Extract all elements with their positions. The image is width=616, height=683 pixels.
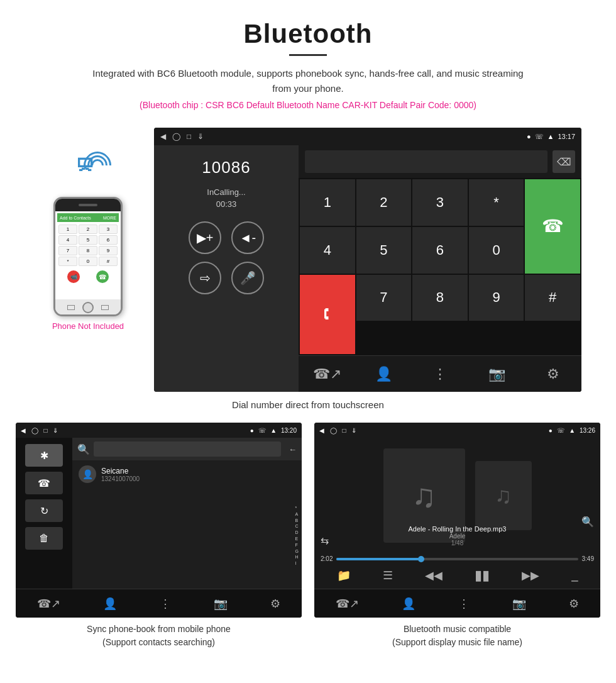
phone-key-8: 8 [79,246,97,255]
dial-action-row: ⇨ 🎤 [189,262,264,294]
phonebook-status-bar: ◀ ◯ □ ⇓ ● ☏ ▲ 13:20 [16,423,302,438]
alpha-B[interactable]: B [295,518,299,524]
pb-refresh-icon[interactable]: ↻ [25,499,63,522]
folder-icon[interactable]: 📁 [337,569,351,582]
phonebook-nav-icons: ◀ ◯ □ ⇓ [21,427,58,434]
volume-up-button[interactable]: ▶+ [189,221,221,254]
phonebook-sidebar: ✱ ☎ ↻ 🗑 [16,438,72,589]
equalizer-icon[interactable]: ⎯ [571,569,578,582]
alpha-D[interactable]: D [295,530,299,536]
contact-name: Seicane [101,467,295,475]
alpha-C[interactable]: C [295,523,299,530]
alpha-H[interactable]: H [295,554,299,560]
page-header: Bluetooth Integrated with BC6 Bluetooth … [0,0,616,128]
pb-nav-transfer[interactable]: 📷 [214,597,228,611]
shuffle-icon[interactable]: ⇆ [321,535,329,547]
music-progress-row: 2:02 3:49 [314,553,600,565]
pb-call-sidebar-icon[interactable]: ☎ [25,472,63,494]
pb-back-arrow: ← [289,445,297,454]
nav-calls-icon[interactable]: ☎↗ [314,362,339,387]
alpha-A[interactable]: A [295,511,299,518]
keypad-9[interactable]: 9 [469,275,524,321]
mu-nav-calls[interactable]: ☎↗ [336,597,359,611]
wifi-icon: ▲ [547,133,554,140]
prev-track-icon[interactable]: ◀◀ [425,569,443,582]
music-search-icon[interactable]: 🔍 [581,516,594,528]
mu-home-icon: ◯ [330,427,337,434]
playlist-icon[interactable]: ☰ [383,569,393,582]
keypad-5[interactable]: 5 [356,227,412,274]
phone-key-1: 1 [58,225,77,234]
mu-call-icon: ☏ [557,427,565,434]
keypad-7[interactable]: 7 [356,275,412,321]
alpha-I[interactable]: I [295,560,299,567]
mu-wifi-icon: ▲ [569,427,575,434]
keypad-hash[interactable]: # [525,275,580,321]
nav-transfer-icon[interactable]: 📷 [484,362,509,387]
contact-avatar: 👤 [79,465,96,483]
phone-speaker [79,204,97,206]
call-icon: ☏ [535,133,544,141]
phone-back-btn [67,305,75,310]
phone-key-6: 6 [99,235,118,245]
android-status-bar: ◀ ◯ □ ⇓ ● ☏ ▲ 13:17 [154,128,581,145]
pb-nav-dialpad[interactable]: ⋮ [160,597,171,611]
next-track-icon[interactable]: ▶▶ [522,569,539,582]
keypad-4[interactable]: 4 [300,227,355,274]
alpha-F[interactable]: F [295,542,299,548]
transfer-button[interactable]: ⇨ [189,262,221,294]
call-answer-button[interactable]: ☎ [525,179,580,274]
pb-search-input[interactable] [94,441,281,457]
keypad-star[interactable]: * [469,179,524,226]
keypad-8[interactable]: 8 [412,275,468,321]
volume-down-button[interactable]: ◄- [231,221,264,254]
pb-search-row: 🔍 ← [72,438,302,460]
mu-nav-contacts[interactable]: 👤 [402,597,415,611]
pb-delete-icon[interactable]: 🗑 [25,527,63,550]
nav-contacts-icon[interactable]: 👤 [371,362,396,387]
phone-key-4: 4 [58,235,77,245]
phone-not-included-label: Phone Not Included [52,321,124,331]
call-end-button[interactable]: 🕻 [300,275,355,355]
keypad-6[interactable]: 6 [412,227,468,274]
phone-key-2: 2 [79,225,97,234]
music-note-main-icon: ♫ [412,477,436,514]
music-status-bar: ◀ ◯ □ ⇓ ● ☏ ▲ 13:26 [314,423,600,438]
play-pause-icon[interactable]: ▮▮ [475,567,490,584]
mu-nav-settings[interactable]: ⚙ [569,597,579,611]
mu-nav-dialpad[interactable]: ⋮ [458,597,470,611]
keypad-1[interactable]: 1 [300,179,355,226]
alpha-G[interactable]: G [295,548,299,555]
song-title: Adele - Rolling In the Deep.mp3 [409,525,507,533]
mute-button[interactable]: 🎤 [231,262,264,294]
music-album-row: ♫ ♫ ⇆ Adele - Rolling In the Deep.mp3 Ad… [314,438,600,553]
phonebook-screen-block: ◀ ◯ □ ⇓ ● ☏ ▲ 13:20 ✱ ☎ ↻ [16,423,302,649]
progress-fill [336,558,421,560]
keypad-0[interactable]: 0 [469,227,524,274]
pb-nav-calls[interactable]: ☎↗ [37,597,60,611]
dial-right-panel: ⌫ 1 2 3 * ☎ 4 5 6 0 🕻 7 8 9 # [299,145,581,392]
pb-bluetooth-icon[interactable]: ✱ [25,444,63,467]
phonebook-main: 🔍 ← 👤 Seicane 13241007000 * [72,438,302,589]
phone-key-0: 0 [79,257,97,266]
alpha-star[interactable]: * [295,505,299,511]
mu-download-icon: ⇓ [351,427,356,434]
nav-dialpad-icon[interactable]: ⋮ [427,362,453,387]
music-right-icons: ● ☏ ▲ 13:26 [549,427,595,434]
mu-nav-transfer[interactable]: 📷 [512,597,526,611]
phone-key-7: 7 [58,246,77,255]
contact-row[interactable]: 👤 Seicane 13241007000 [72,460,302,488]
pb-nav-contacts[interactable]: 👤 [103,597,117,611]
pb-time: 13:20 [281,427,297,434]
keypad-2[interactable]: 2 [356,179,412,226]
nav-settings-icon[interactable]: ⚙ [541,362,566,387]
dial-status: InCalling... [207,187,245,197]
bottom-nav-bar: ☎↗ 👤 ⋮ 📷 ⚙ [299,355,581,392]
music-progress-bar[interactable] [336,558,578,560]
backspace-button[interactable]: ⌫ [553,150,575,173]
pb-nav-settings[interactable]: ⚙ [270,597,280,611]
pb-back-icon: ◀ [21,427,26,434]
dial-text-input[interactable] [305,150,547,173]
alpha-E[interactable]: E [295,536,299,542]
keypad-3[interactable]: 3 [412,179,468,226]
